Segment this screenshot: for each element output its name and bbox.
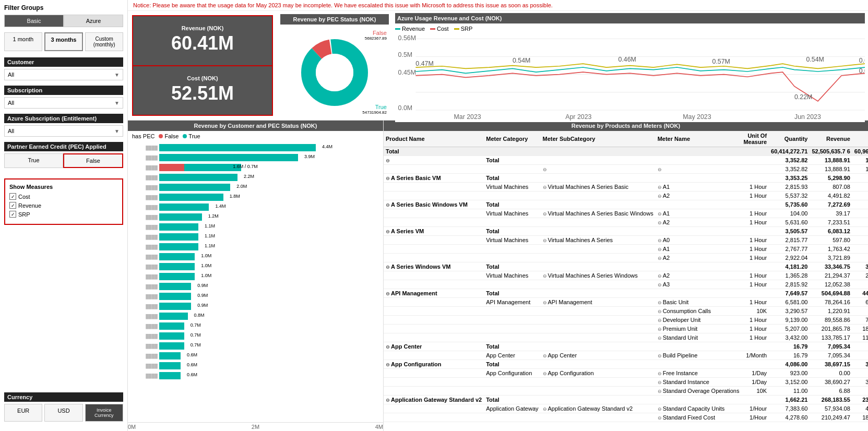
srp-checkbox[interactable]: ✓ [9,211,16,218]
currency-invoice[interactable]: Invoice Currency [85,404,123,422]
bar-chart-panel: Revenue by Customer and PEC Status (NOK)… [128,121,384,431]
subscription-filter: Subscription All ▼ [4,86,123,109]
tab-basic[interactable]: Basic [4,15,64,27]
cell-meter-cat [484,165,540,174]
cell-meter-name: ⊖ [656,165,742,174]
bar-value-label: 1.0M [201,253,211,258]
cell-quantity: 4,086.00 [769,360,810,369]
teal-bar: 2.0M [159,184,230,191]
cell-quantity: 11.00 [769,387,810,396]
cell-meter-name: ⊖A3 [656,280,742,289]
subscription-select[interactable]: All ▼ [4,97,123,109]
table-row: ⊖A2 1 Hour 5,631.60 7,233.51 6,148.49 7,… [384,218,868,227]
donut-labels: False 5682367.89 [365,30,387,41]
bar-value-label: 0.6M [187,362,197,367]
cell-meter-name: ⊖A1 [656,183,742,191]
time-1month[interactable]: 1 month [4,32,42,51]
donut-svg [298,36,371,109]
cell-revenue: 13,888.91 [810,156,852,165]
cell-meter-cat: App Configuration [484,369,540,378]
cell-meter-name [656,147,742,156]
cell-cost: 1,761.17 [852,245,868,254]
currency-eur[interactable]: EUR [4,404,42,422]
cell-product [384,378,484,387]
pec-true-btn[interactable]: True [4,153,63,168]
cell-cost: 77,487.99 [852,316,868,325]
bar-value-label: 1.1M [205,243,215,248]
cell-meter-cat [484,245,540,254]
bar-value-label: 2.2M [244,174,254,179]
cell-quantity: 2,922.04 [769,254,810,262]
cell-quantity: 9,139.00 [769,316,810,325]
table-row: ⊖Standard Fixed Cost 1/Hour 4,278.60 210… [384,413,868,422]
table-row: ⊖API Management Total 7,649.57 504,694.8… [384,289,868,298]
time-3months[interactable]: 3 months [44,32,84,51]
top-row: Revenue (NOK) 60.41M Cost (NOK) 52.51M R… [128,11,868,121]
cell-revenue: 597.80 [810,236,852,245]
cell-meter-name: ⊖A2 [656,218,742,227]
teal-bar: 1.0M [159,273,195,280]
cell-revenue: 5,298.90 [810,174,852,183]
cell-meter-name [656,342,742,351]
tab-azure[interactable]: Azure [64,15,123,27]
cell-meter-name: ⊖A1 [656,245,742,254]
srp-legend-line [454,28,459,30]
false-legend-text: False [164,133,179,139]
cost-checkbox[interactable]: ✓ [9,193,16,200]
cell-revenue: 6,083.12 [810,227,852,236]
teal-bar: 0.7M [159,322,184,330]
cell-quantity: 7,649.57 [769,289,810,298]
bar-label: ████ [129,342,158,350]
table-wrapper[interactable]: Product Name Meter Category Meter SubCat… [384,131,868,431]
cell-meter-cat [484,254,540,262]
cell-cost: 35,285.19 [852,378,868,387]
bar-row: ████4.4M [159,143,379,152]
cell-quantity: 16.79 [769,342,810,351]
cell-meter-cat: Total [484,200,540,209]
bar-row: ████0.7M [159,322,379,330]
teal-bar: 1.0M [159,253,195,260]
cell-meter-sub: ⊖Virtual Machines A Series Basic Windows [541,209,656,218]
bar-row: ████0.8M [159,312,379,320]
bar-label: ████ [129,322,158,330]
cell-cost: 4,504.07 [852,174,868,183]
cell-revenue: 3,721.89 [810,254,852,262]
bar-value-label: 1.4M [215,203,225,209]
cell-meter-name: ⊖Consumption Calls [656,307,742,316]
cell-meter-name: ⊖A2 [656,271,742,280]
cell-uom: 1 Hour [741,183,769,191]
revenue-value: 60.41M [135,31,270,56]
false-label: False [365,30,387,36]
time-custom[interactable]: Custom(monthly) [85,32,123,51]
cell-meter-sub: ⊖App Center [541,351,656,360]
bar-label: ████ [129,253,158,261]
bar-value-label: 0.8M [194,313,205,318]
cell-meter-name: ⊖Standard Overage Operations [656,387,742,396]
cell-quantity: 1,662.21 [769,396,810,404]
table-row: App Center ⊖App Center ⊖Build Pipeline 1… [384,351,868,360]
currency-usd[interactable]: USD [44,404,82,422]
pec-false-btn[interactable]: False [63,153,123,168]
teal-bar: 1.1M [159,233,198,241]
azure-sub-select[interactable]: All ▼ [4,125,123,137]
bar-label: ████ [129,302,158,310]
teal-bar: 1.1M [159,243,198,250]
cell-cost: 35,291.04 [852,360,868,369]
bar-value-label: 1.1M [205,233,215,238]
table-row: Virtual Machines ⊖Virtual Machines A Ser… [384,236,868,245]
cost-label: Cost (NOK) [135,75,270,81]
cell-meter-sub [541,360,656,369]
table-row: ⊖A Series Windows VM Total 4,181.20 33,3… [384,262,868,271]
revenue-checkbox[interactable]: ✓ [9,202,16,209]
cell-meter-cat [484,413,540,422]
cell-meter-name: ⊖Basic Unit [656,298,742,307]
cell-meter-sub [541,174,656,183]
table-row: ⊖ ⊖ 3,352.82 13,888.91 11,715.95 13,888.… [384,165,868,174]
table-row: ⊖Premium Unit 1 Hour 5,207.00 201,865.78… [384,325,868,333]
cell-meter-sub [541,262,656,271]
cell-cost: 440,983.96 [852,289,868,298]
svg-text:Apr 2023: Apr 2023 [565,113,591,121]
customer-select[interactable]: All ▼ [4,69,123,80]
bar-row: ████0.9M [159,282,379,291]
cell-uom: 1 Hour [741,325,769,333]
